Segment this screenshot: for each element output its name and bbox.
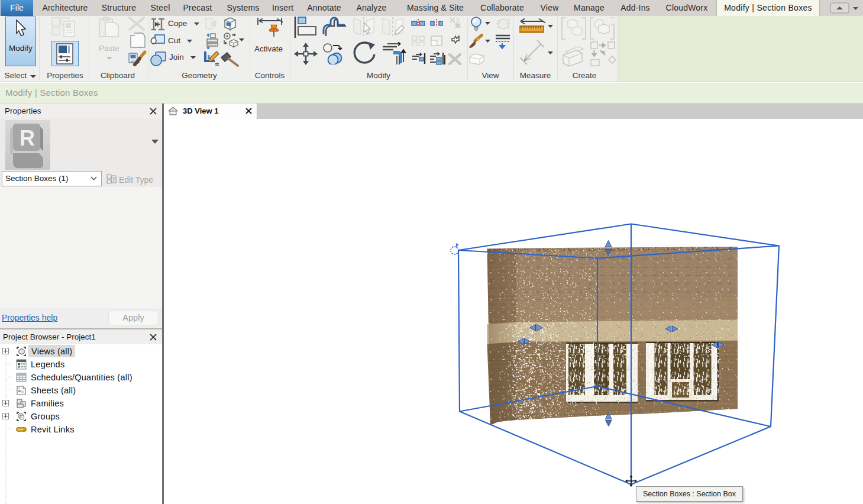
svg-text:R: R	[20, 126, 35, 150]
